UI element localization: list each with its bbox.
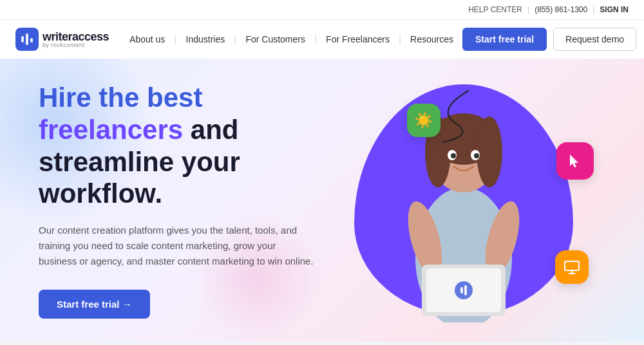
- svg-rect-1: [21, 36, 24, 42]
- hero-headline: Hire the best freelancers and streamline…: [39, 82, 322, 209]
- logo[interactable]: writeraccess by rockcontent: [15, 28, 109, 51]
- float-icon-cursor: [556, 142, 594, 180]
- headline-highlight: freelancers: [39, 115, 183, 145]
- hero-content: Hire the best freelancers and streamline…: [39, 82, 322, 318]
- divider1: |: [527, 5, 529, 14]
- svg-marker-25: [570, 154, 578, 167]
- cursor-icon: [566, 152, 584, 170]
- logo-text: writeraccess by rockcontent: [43, 31, 109, 48]
- nav-for-customers[interactable]: For Customers: [236, 30, 314, 48]
- nav-links: About us | Industries | For Customers | …: [129, 30, 462, 48]
- svg-rect-23: [460, 287, 463, 294]
- nav-for-freelancers[interactable]: For Freelancers: [317, 30, 399, 48]
- float-icon-sun: ☀️: [407, 104, 440, 137]
- svg-point-22: [455, 281, 473, 299]
- svg-rect-26: [565, 261, 579, 270]
- nav-request-demo-button[interactable]: Request demo: [553, 28, 636, 51]
- sun-icon: ☀️: [414, 111, 433, 129]
- nav-start-trial-button[interactable]: Start free trial: [462, 28, 547, 51]
- svg-rect-2: [26, 33, 28, 45]
- nav-about[interactable]: About us: [129, 30, 174, 48]
- float-icon-monitor: [555, 250, 589, 284]
- nav-industries[interactable]: Industries: [177, 30, 234, 48]
- svg-rect-24: [464, 285, 467, 295]
- svg-point-19: [474, 153, 479, 158]
- signin-link[interactable]: SIGN IN: [600, 5, 629, 14]
- top-bar: HELP CENTER | (855) 861-1300 | SIGN IN: [0, 0, 644, 20]
- hero-section: Hire the best freelancers and streamline…: [0, 59, 644, 342]
- headline-part1: Hire the best: [39, 82, 322, 114]
- headline-part3: workflow.: [39, 178, 162, 209]
- divider2: |: [592, 5, 594, 14]
- nav-resources[interactable]: Resources: [401, 30, 462, 48]
- hero-cta-button[interactable]: Start free trial →: [39, 290, 150, 319]
- phone-number[interactable]: (855) 861-1300: [535, 5, 587, 14]
- logo-icon: [15, 28, 39, 51]
- logo-sub-text: by rockcontent: [43, 42, 109, 48]
- logo-main-text: writeraccess: [43, 31, 109, 42]
- navbar: writeraccess by rockcontent About us | I…: [0, 20, 644, 59]
- hero-description: Our content creation platform gives you …: [39, 223, 316, 269]
- monitor-icon: [563, 258, 581, 276]
- svg-rect-3: [30, 38, 33, 42]
- help-center-label[interactable]: HELP CENTER: [468, 5, 522, 14]
- nav-actions: Start free trial Request demo EN: [462, 28, 644, 51]
- hero-visual: ☀️: [322, 65, 605, 335]
- svg-point-18: [451, 153, 456, 158]
